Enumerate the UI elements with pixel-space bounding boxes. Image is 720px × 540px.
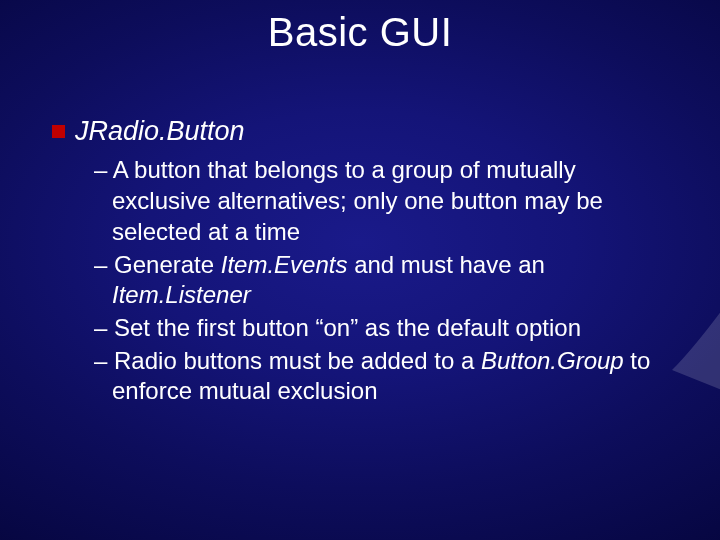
italic-term: Item.Listener xyxy=(112,281,251,308)
bullet-list: – A button that belongs to a group of mu… xyxy=(94,155,680,407)
list-item: – Radio buttons must be added to a Butto… xyxy=(94,346,680,407)
list-item: – Generate Item.Events and must have an … xyxy=(94,250,680,311)
page-curl-icon xyxy=(662,310,720,390)
heading-row: JRadio.Button xyxy=(52,115,680,147)
slide-title: Basic GUI xyxy=(0,10,720,55)
bullet-text: – Generate xyxy=(94,251,221,278)
bullet-text: – Radio buttons must be added to a xyxy=(94,347,481,374)
bullet-text: – Set the first button “on” as the defau… xyxy=(94,314,581,341)
list-item: – Set the first button “on” as the defau… xyxy=(94,313,680,344)
slide-content: JRadio.Button – A button that belongs to… xyxy=(52,115,680,409)
slide: Basic GUI JRadio.Button – A button that … xyxy=(0,0,720,540)
square-bullet-icon xyxy=(52,125,65,138)
bullet-text: – A button that belongs to a group of mu… xyxy=(94,156,603,244)
bullet-text: and must have an xyxy=(347,251,544,278)
italic-term: Item.Events xyxy=(221,251,348,278)
heading-text: JRadio.Button xyxy=(75,115,245,147)
italic-term: Button.Group xyxy=(481,347,624,374)
list-item: – A button that belongs to a group of mu… xyxy=(94,155,680,247)
